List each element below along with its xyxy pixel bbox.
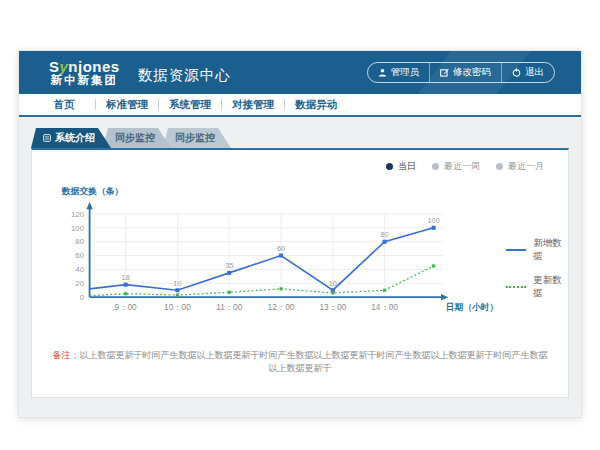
chart-panel: 当日 最近一周 最近一月 0204060801001209：0010：0011：… — [31, 148, 569, 398]
svg-text:120: 120 — [71, 210, 85, 219]
footnote-prefix: 备注： — [53, 350, 80, 360]
radio-dot — [496, 163, 503, 170]
svg-text:数据交换（条）: 数据交换（条） — [61, 186, 123, 196]
tab-label: 系统介绍 — [55, 131, 95, 145]
tab-bar: 系统介绍 同步监控 同步监控 — [31, 128, 581, 148]
logout-button[interactable]: 退出 — [501, 63, 554, 82]
brand-logo: Synjones 新中新集团 — [49, 59, 120, 87]
svg-text:9：00: 9：00 — [115, 302, 138, 312]
radio-last-month[interactable]: 最近一月 — [496, 160, 544, 173]
svg-text:13：00: 13：00 — [319, 302, 346, 312]
svg-text:60: 60 — [277, 244, 285, 253]
document-grid-icon — [43, 133, 51, 144]
svg-text:20: 20 — [75, 279, 84, 288]
svg-text:40: 40 — [75, 265, 84, 274]
radio-last-week[interactable]: 最近一周 — [432, 160, 480, 173]
radio-dot — [432, 163, 439, 170]
tab-sync-monitor-1[interactable]: 同步监控 — [103, 128, 171, 148]
change-password-button[interactable]: 修改密码 — [429, 63, 501, 82]
svg-text:12：00: 12：00 — [268, 302, 295, 312]
svg-text:80: 80 — [380, 230, 388, 239]
header: Synjones 新中新集团 数据资源中心 管理员 修改密码 退出 — [19, 51, 581, 94]
solid-line-swatch — [506, 249, 526, 251]
svg-text:60: 60 — [75, 251, 84, 260]
current-user-button[interactable]: 管理员 — [368, 63, 430, 82]
edit-icon — [440, 68, 449, 77]
svg-text:18: 18 — [122, 273, 130, 282]
svg-text:100: 100 — [71, 224, 85, 233]
chart: 0204060801001209：0010：0011：0012：0013：001… — [32, 177, 568, 323]
line-chart: 0204060801001209：0010：0011：0012：0013：001… — [60, 177, 502, 323]
radio-label: 最近一月 — [508, 160, 544, 173]
power-icon — [512, 68, 521, 77]
username-label: 管理员 — [391, 66, 420, 79]
legend-item: 新增数据 — [506, 237, 568, 263]
svg-text:80: 80 — [75, 237, 84, 246]
user-bar: 管理员 修改密码 退出 — [367, 62, 556, 83]
time-range-filter: 当日 最近一周 最近一月 — [32, 150, 568, 173]
nav-item-system-mgmt[interactable]: 系统管理 — [159, 98, 221, 112]
svg-text:日期（小时）: 日期（小时） — [446, 302, 499, 312]
legend-label: 新增数据 — [533, 237, 568, 263]
page-title: 数据资源中心 — [138, 66, 231, 85]
logout-label: 退出 — [525, 66, 544, 79]
svg-text:100: 100 — [427, 216, 439, 225]
svg-text:35: 35 — [225, 261, 233, 270]
svg-text:11：00: 11：00 — [216, 302, 243, 312]
brand-logo-cn: 新中新集团 — [49, 74, 120, 86]
tab-label: 同步监控 — [175, 131, 215, 145]
change-password-label: 修改密码 — [453, 66, 491, 79]
nav-item-interface-mgmt[interactable]: 对接管理 — [222, 98, 284, 112]
nav-item-data-change[interactable]: 数据异动 — [285, 98, 347, 112]
footnote-text: 以上数据更新于时间产生数据以上数据更新于时间产生数据以上数据更新于时间产生数据以… — [80, 350, 548, 373]
radio-label: 最近一周 — [444, 160, 480, 173]
nav-item-home[interactable]: 首页 — [33, 98, 95, 112]
legend-item: 更新数据 — [506, 274, 568, 300]
legend-label: 更新数据 — [533, 274, 568, 300]
content-area: 系统介绍 同步监控 同步监控 当日 最近一周 — [19, 117, 581, 398]
svg-text:10: 10 — [173, 279, 181, 288]
nav-item-standard-mgmt[interactable]: 标准管理 — [96, 98, 158, 112]
chart-legend: 新增数据更新数据 — [506, 237, 568, 323]
tab-system-intro[interactable]: 系统介绍 — [31, 128, 111, 148]
user-icon — [378, 68, 387, 77]
radio-label: 当日 — [398, 160, 416, 173]
app-window: Synjones 新中新集团 数据资源中心 管理员 修改密码 退出 — [18, 50, 582, 418]
svg-text:10: 10 — [329, 279, 337, 288]
svg-text:10：00: 10：00 — [164, 302, 191, 312]
svg-text:14：00: 14：00 — [371, 302, 398, 312]
dashed-line-swatch — [506, 286, 526, 288]
tab-label: 同步监控 — [115, 131, 155, 145]
radio-dot — [386, 163, 393, 170]
main-nav: 首页 标准管理 系统管理 对接管理 数据异动 — [19, 94, 581, 117]
radio-today[interactable]: 当日 — [386, 160, 416, 173]
footnote: 备注：以上数据更新于时间产生数据以上数据更新于时间产生数据以上数据更新于时间产生… — [32, 349, 568, 375]
svg-text:0: 0 — [80, 293, 85, 302]
tab-sync-monitor-2[interactable]: 同步监控 — [163, 128, 231, 148]
brand-logo-text: Synjones — [49, 59, 120, 75]
